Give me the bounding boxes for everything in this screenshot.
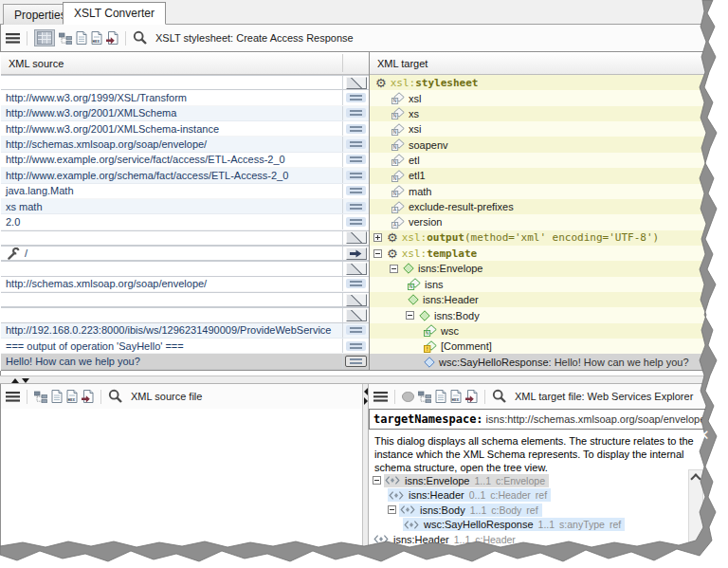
doc-hex-icon[interactable]: HEX [450, 390, 462, 403]
target-tree-row[interactable]: wsc:SayHelloResponse : Hello! How can we… [370, 354, 709, 369]
source-row[interactable]: http://192.168.0.223:8000/ibis/ws/129623… [1, 323, 369, 339]
mapping-equals-button[interactable] [346, 341, 366, 351]
close-icon[interactable]: ✕ [698, 429, 710, 443]
target-tree-row[interactable]: Nmath [370, 184, 709, 199]
target-tree-row[interactable]: Nxs [370, 106, 709, 121]
target-tree-row[interactable]: ⚙xsl:output (method='xml' encoding='UTF-… [370, 230, 709, 246]
mapping-empty-button[interactable] [346, 309, 367, 321]
schema-tree-row[interactable]: wsc:SayHelloResponse1..1s:anyTyperef [369, 518, 709, 533]
doc-icon[interactable] [51, 390, 63, 403]
mapping-equals-button[interactable] [346, 171, 366, 180]
source-row[interactable] [1, 307, 369, 322]
mapping-empty-button[interactable] [346, 231, 367, 244]
horizontal-splitter[interactable] [0, 376, 709, 384]
source-row[interactable]: java.lang.Math [1, 184, 369, 199]
splitter-collapse-left-icon[interactable] [364, 388, 368, 395]
target-tree-row[interactable]: Nisns [370, 277, 709, 292]
tree-icon[interactable] [418, 391, 431, 403]
doc-hex-icon[interactable]: HEX [66, 390, 78, 403]
source-row[interactable] [1, 230, 369, 246]
mapping-equals-button[interactable] [346, 124, 366, 134]
source-row[interactable]: 2.0 [1, 214, 369, 229]
source-row[interactable] [1, 261, 369, 276]
menu-icon[interactable] [6, 392, 20, 402]
menu-icon[interactable] [373, 392, 388, 402]
header-separator [342, 54, 343, 72]
source-file-content[interactable] [1, 409, 362, 548]
splitter-collapse-right-icon[interactable] [364, 397, 368, 405]
target-tree-row[interactable]: Nxsl [370, 90, 709, 105]
doc-arrow-icon[interactable] [465, 390, 478, 404]
target-tree-row[interactable]: isns:Envelope [370, 261, 709, 276]
target-tree-row[interactable]: Nsoapenv [370, 137, 709, 152]
target-tree-row[interactable]: ⚙xsl:template [370, 246, 709, 261]
source-row[interactable] [1, 75, 369, 90]
mapping-equals-button[interactable] [346, 279, 366, 288]
target-tree-row[interactable]: Netl [370, 153, 709, 168]
doc-arrow-icon[interactable] [82, 390, 94, 404]
source-row[interactable]: http://www.example.org/service/fact/acce… [1, 153, 369, 168]
schema-tree-row[interactable]: isns:Envelope1..1c:Envelope [369, 473, 709, 488]
tree-expander-icon[interactable] [373, 476, 381, 485]
schema-tree-row[interactable]: isns:Header1..1c:Header [369, 532, 709, 547]
table-icon[interactable] [34, 29, 55, 46]
vertical-splitter[interactable] [362, 384, 369, 548]
tree-icon[interactable] [59, 32, 72, 45]
mapping-equals-button[interactable] [346, 217, 366, 227]
mapping-equals-button[interactable] [346, 202, 366, 211]
target-tree-row[interactable]: Aexclude-result-prefixes [370, 199, 709, 214]
mapping-empty-button[interactable] [346, 263, 367, 275]
tree-node-label: etl1 [409, 170, 426, 181]
schema-tree-row[interactable]: isns:Body1..1c:Bodyref [369, 503, 709, 518]
tree-expander-icon[interactable] [373, 233, 382, 242]
target-tree-row[interactable]: Nwsc [370, 323, 709, 339]
tab-xslt-converter[interactable]: XSLT Converter [63, 2, 166, 25]
target-tree-row[interactable]: Netl1 [370, 168, 709, 183]
target-tree-row[interactable]: isns:Header [370, 292, 709, 307]
target-tree-row[interactable]: ![Comment] [370, 339, 709, 354]
mapping-equals-button[interactable] [346, 325, 366, 335]
target-tree-row[interactable]: Aversion [370, 214, 709, 229]
schema-tree-row[interactable]: isns:Body1..1c:Body [369, 547, 709, 549]
target-tree-row[interactable]: ⚙xsl:stylesheet [370, 75, 709, 90]
menu-icon[interactable] [6, 33, 20, 44]
schema-description-line: This dialog displays all schema elements… [374, 434, 709, 448]
source-row[interactable]: Hello! How can we help you? [1, 354, 369, 369]
doc-arrow-icon[interactable] [106, 31, 118, 46]
mapping-equals-button[interactable] [346, 139, 366, 149]
schema-tree-row[interactable]: isns:Header0..1c:Headerref [369, 488, 709, 504]
mapping-equals-button[interactable] [346, 108, 366, 118]
blob-icon[interactable] [402, 392, 414, 402]
splitter-collapse-up-icon[interactable] [11, 378, 19, 383]
source-row[interactable]: http://www.w3.org/2001/XMLSchema [1, 106, 369, 121]
tree-icon[interactable] [34, 391, 47, 403]
source-row[interactable]: http://www.w3.org/1999/XSL/Transform [1, 90, 369, 105]
source-row[interactable]: http://www.example.org/schema/fact/acces… [1, 168, 369, 183]
target-tree-row[interactable]: Nxsi [370, 121, 709, 137]
source-row[interactable]: === output of operation 'SayHello' === [1, 339, 369, 354]
tree-expander-icon[interactable] [390, 265, 398, 273]
mapping-equals-button[interactable] [345, 356, 367, 367]
mapping-empty-button[interactable] [346, 294, 367, 306]
source-row[interactable]: xs math [1, 199, 369, 214]
splitter-collapse-down-icon[interactable] [22, 378, 29, 383]
doc-icon[interactable] [76, 31, 87, 45]
mapping-equals-button[interactable] [346, 93, 366, 102]
source-row[interactable] [1, 292, 369, 307]
mapping-equals-button[interactable] [346, 186, 366, 195]
target-tree-row[interactable]: isns:Body [370, 307, 709, 322]
tree-expander-icon[interactable] [373, 249, 382, 258]
mapping-equals-button[interactable] [346, 155, 366, 164]
mapping-empty-button[interactable] [346, 77, 367, 89]
tree-expander-icon[interactable] [388, 505, 396, 514]
doc-hex-icon[interactable]: HEX [91, 31, 102, 45]
source-row[interactable]: http://www.w3.org/2001/XMLSchema-instanc… [1, 121, 369, 137]
schema-scrollbar[interactable] [688, 469, 703, 548]
tree-expander-icon[interactable] [406, 311, 414, 320]
doc-icon[interactable] [435, 390, 446, 403]
source-row[interactable]: http://schemas.xmlsoap.org/soap/envelope… [1, 277, 369, 292]
mapping-arrow-button[interactable] [346, 247, 367, 260]
source-row[interactable]: / [1, 246, 369, 261]
scroll-up-icon[interactable] [690, 473, 701, 484]
source-row[interactable]: http://schemas.xmlsoap.org/soap/envelope… [1, 137, 369, 152]
